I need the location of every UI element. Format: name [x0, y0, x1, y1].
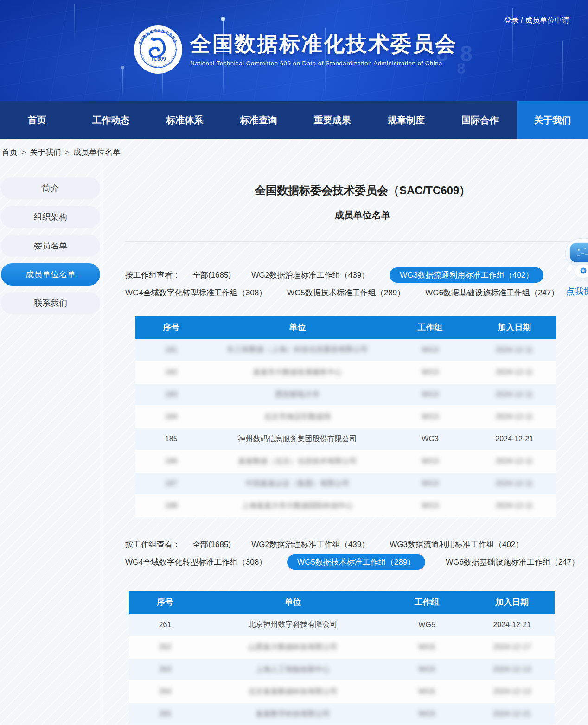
nav-item-1[interactable]: 工作动态 — [74, 101, 147, 139]
cell-unit: 西安邮电大学 — [207, 383, 388, 406]
cell-seq-text: 188 — [165, 502, 178, 509]
cell-wg: WG3 — [388, 383, 473, 406]
login-member-apply-link[interactable]: 登录 / 成员单位申请 — [504, 16, 569, 25]
cell-seq: 261 — [129, 614, 201, 636]
filter-option-1[interactable]: WG2数据治理标准工作组（439） — [251, 268, 369, 282]
cell-date-text: 2024-12-21 — [493, 710, 531, 718]
cell-wg-text: WG3 — [422, 435, 438, 443]
filter-option-5[interactable]: WG6数据基础设施标准工作组（247） — [425, 286, 559, 300]
cell-wg-text: WG3 — [422, 390, 438, 398]
breadcrumb-item-0[interactable]: 首页 — [2, 148, 18, 157]
svg-text:TC609: TC609 — [150, 56, 166, 62]
cell-unit: 上海某某大学大数据国际科创中心 — [207, 495, 388, 517]
cell-date-text: 2024-12-11 — [496, 390, 533, 398]
table-row: 187中国某某认证（集团）有限公司WG32024-12-11 — [135, 472, 556, 495]
column-header-3: 加入日期 — [472, 316, 556, 339]
table-row: 262山西某大数据科技有限公司WG52024-12-17 — [129, 636, 555, 658]
filter-line-2: WG4全域数字化转型标准工作组（308）WG5数据技术标准工作组（289）WG6… — [125, 284, 588, 301]
robot-mascot-icon[interactable] — [563, 237, 588, 282]
table-row: 188上海某某大学大数据国际科创中心WG32024-12-11 — [135, 495, 556, 517]
filter-group-label: 按工作组查看： — [125, 539, 180, 550]
cell-date-text: 2024-12-11 — [496, 457, 533, 465]
filter-group: 按工作组查看：全部(1685)WG2数据治理标准工作组（439）WG3数据流通利… — [125, 267, 588, 301]
cell-unit-text: 山西某大数据科技有限公司 — [248, 643, 337, 651]
cell-date: 2024-12-11 — [472, 450, 556, 472]
cell-seq: 262 — [129, 636, 201, 658]
filter-option-5[interactable]: WG6数据基础设施标准工作组（247） — [446, 555, 579, 569]
nav-item-2[interactable]: 标准体系 — [148, 101, 222, 139]
cell-seq-text: 187 — [165, 479, 178, 487]
cell-date: 2024-12-21 — [469, 703, 555, 725]
cell-wg: WG3 — [388, 495, 473, 517]
decor-line — [122, 69, 123, 98]
cell-wg: WG3 — [388, 428, 473, 450]
filter-option-4-active[interactable]: WG5数据技术标准工作组（289） — [287, 554, 425, 570]
cell-seq-text: 184 — [165, 413, 178, 420]
cell-seq: 183 — [135, 383, 207, 406]
cell-seq-text: 185 — [165, 435, 178, 443]
cell-date-text: 2024-12-11 — [496, 479, 533, 487]
filter-option-0[interactable]: 全部(1685) — [192, 268, 231, 282]
table-row: 183西安邮电大学WG32024-12-11 — [135, 383, 556, 406]
cell-unit-text: 上海某某大学大数据国际科创中心 — [242, 502, 353, 509]
column-header-0: 序号 — [129, 591, 201, 614]
column-header-1: 单位 — [201, 591, 384, 614]
cell-unit: 上海人工智能创新中心 — [201, 658, 384, 680]
cell-seq-text: 264 — [159, 687, 172, 695]
cell-unit: 北京市海淀区数据局 — [207, 406, 388, 428]
filter-line-1: 按工作组查看：全部(1685)WG2数据治理标准工作组（439）WG3数据流通利… — [125, 536, 588, 553]
assistant-widget[interactable]: 点我提问 — [562, 237, 588, 298]
table-row: 181长三角数据（上海）科技信息股份有限公司WG32024-12-11 — [135, 339, 556, 361]
nav-item-6[interactable]: 国际合作 — [443, 101, 517, 139]
cell-unit-text: 某某数据（北京）信息技术有限公司 — [238, 457, 357, 465]
cell-unit-text: 中国某某认证（集团）有限公司 — [246, 479, 350, 487]
filter-line-2: WG4全域数字化转型标准工作组（308）WG5数据技术标准工作组（289）WG6… — [125, 553, 588, 570]
filter-option-2-active[interactable]: WG3数据流通利用标准工作组（402） — [390, 267, 543, 283]
cell-seq: 263 — [129, 658, 201, 680]
ask-me-link[interactable]: 点我提问 — [562, 286, 588, 298]
table-row: 261北京神州数字科技有限公司WG52024-12-21 — [129, 614, 555, 636]
filter-option-3[interactable]: WG4全域数字化转型标准工作组（308） — [125, 555, 267, 569]
sidebar-item-1[interactable]: 组织架构 — [1, 206, 100, 228]
filter-option-4[interactable]: WG5数据技术标准工作组（289） — [287, 286, 405, 300]
nav-item-0[interactable]: 首页 — [0, 101, 74, 139]
cell-unit: 某某数据（北京）信息技术有限公司 — [207, 450, 388, 472]
cell-date: 2024-12-21 — [469, 614, 555, 636]
cell-date-text: 2024-12-11 — [496, 368, 533, 376]
filter-line-1: 按工作组查看：全部(1685)WG2数据治理标准工作组（439）WG3数据流通利… — [125, 267, 588, 283]
main-content: 全国数据标委会技术委员会（SAC/TC609） 成员单位名单 — [101, 163, 588, 725]
cell-wg: WG3 — [388, 339, 473, 361]
filter-option-3[interactable]: WG4全域数字化转型标准工作组（308） — [125, 286, 267, 300]
table-row: 265某某数字科技有限公司WG52024-12-21 — [129, 703, 555, 725]
cell-wg-text: WG3 — [422, 346, 438, 354]
cell-seq: 265 — [129, 703, 201, 725]
cell-seq-text: 186 — [165, 457, 178, 465]
nav-item-3[interactable]: 标准查询 — [222, 101, 295, 139]
cell-date-text: 2024-12-21 — [493, 621, 531, 629]
cell-wg-text: WG5 — [418, 687, 435, 695]
cell-unit-text: 北京市海淀区数据局 — [264, 413, 331, 420]
breadcrumb-item-1[interactable]: 关于我们 — [30, 148, 61, 157]
nav-item-7[interactable]: 关于我们 — [517, 101, 588, 139]
sidebar-item-3[interactable]: 成员单位名单 — [1, 263, 100, 286]
cell-date: 2024-12-11 — [472, 339, 556, 361]
filter-option-1[interactable]: WG2数据治理标准工作组（439） — [251, 537, 369, 552]
cell-date: 2024-12-11 — [472, 406, 556, 428]
nav-item-5[interactable]: 规章制度 — [369, 101, 443, 139]
main-nav: 首页工作动态标准体系标准查询重要成果规章制度国际合作关于我们 — [0, 101, 588, 139]
wg5-member-section: 按工作组查看：全部(1685)WG2数据治理标准工作组（439）WG3数据流通利… — [125, 536, 588, 725]
filter-option-2[interactable]: WG3数据流通利用标准工作组（402） — [390, 537, 523, 552]
cell-unit-text: 北京神州数字科技有限公司 — [248, 620, 337, 628]
sidebar-item-4[interactable]: 联系我们 — [1, 292, 100, 314]
column-header-2: 工作组 — [388, 316, 473, 339]
cell-wg-text: WG3 — [422, 368, 438, 376]
cell-seq-text: 265 — [159, 710, 172, 718]
filter-option-0[interactable]: 全部(1685) — [192, 537, 231, 552]
nav-item-4[interactable]: 重要成果 — [295, 101, 369, 139]
table-header-row: 序号单位工作组加入日期 — [129, 591, 555, 614]
sidebar-item-0[interactable]: 简介 — [1, 177, 100, 199]
table-header-row: 序号单位工作组加入日期 — [135, 316, 556, 339]
breadcrumb-item-2: 成员单位名单 — [73, 148, 121, 157]
sidebar-item-2[interactable]: 委员名单 — [1, 235, 100, 257]
cell-date-text: 2024-12-13 — [493, 687, 531, 695]
